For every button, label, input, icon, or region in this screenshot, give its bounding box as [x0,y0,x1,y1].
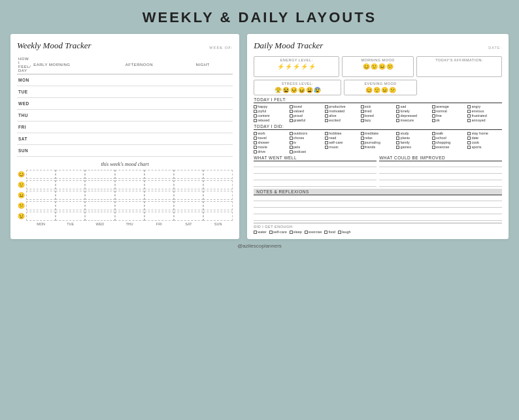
felt-checkbox[interactable] [361,110,364,113]
did-checkbox[interactable] [290,146,293,149]
did-item: podcast [290,150,324,153]
did-checkbox[interactable] [396,141,399,144]
today-felt-header: TODAY I FELT: [254,97,502,103]
felt-label: normal [436,109,447,113]
felt-checkbox[interactable] [361,105,364,108]
did-item: hobbies [325,131,360,135]
did-item: travel [254,136,288,140]
did-checkbox[interactable] [467,137,471,140]
felt-checkbox[interactable] [467,105,471,108]
table-row: THU [17,110,233,121]
did-i-get-label: laugh [342,230,350,234]
felt-checkbox[interactable] [361,114,364,118]
felt-checkbox[interactable] [254,119,257,122]
mood-grid-cell [115,191,144,200]
did-checkbox[interactable] [254,150,257,153]
did-checkbox[interactable] [361,141,364,144]
evening-mood-label: EVENING MOOD [346,82,415,86]
felt-item: frustrated [467,114,502,118]
felt-checkbox[interactable] [432,119,435,122]
felt-checkbox[interactable] [325,110,328,113]
felt-checkbox[interactable] [361,119,364,122]
felt-checkbox[interactable] [467,114,471,118]
did-label: self-care [329,140,343,144]
mood-grid-row [26,191,233,200]
did-checkbox[interactable] [432,132,435,135]
did-checkbox[interactable] [325,146,328,149]
did-i-get-label: DID I GET ENOUGH: [254,225,502,229]
did-checkbox[interactable] [467,132,471,135]
felt-item: average [432,105,467,108]
did-i-get-checkbox[interactable] [324,231,327,234]
did-label: study [400,131,409,135]
mood-chart-title: this week's mood chart [17,161,233,167]
energy-box: ENERGY LEVEL: ⚡⚡⚡⚡⚡ [254,56,339,77]
felt-checkbox[interactable] [396,110,399,113]
felt-checkbox[interactable] [290,114,293,118]
did-i-get-checkbox[interactable] [254,231,257,234]
stress-label: STRESS LEVEL: [256,82,339,86]
felt-checkbox[interactable] [254,110,257,113]
did-label: relax [365,136,373,140]
went-well-line [254,163,377,167]
could-improve-box: WHAT COULD BE IMPROVED [379,155,502,187]
felt-checkbox[interactable] [325,119,328,122]
mood-grid-cell [26,201,56,210]
felt-checkbox[interactable] [396,119,399,122]
did-checkbox[interactable] [396,132,399,135]
did-checkbox[interactable] [290,150,293,153]
did-label: movie [258,145,267,149]
did-checkbox[interactable] [325,137,328,140]
did-checkbox[interactable] [396,146,399,149]
did-i-get-item: sleep [290,230,302,234]
did-checkbox[interactable] [432,137,435,140]
did-checkbox[interactable] [361,132,364,135]
did-checkbox[interactable] [325,141,328,144]
did-checkbox[interactable] [290,132,293,135]
felt-checkbox[interactable] [254,105,257,108]
felt-checkbox[interactable] [432,114,435,118]
felt-checkbox[interactable] [396,105,399,108]
did-checkbox[interactable] [325,132,328,135]
felt-label: bored [365,114,374,118]
felt-checkbox[interactable] [396,114,399,118]
did-checkbox[interactable] [361,137,364,140]
did-checkbox[interactable] [467,146,471,149]
date-label: DATE: [488,46,502,50]
mood-grid-cell [85,170,114,179]
morning-mood-icon: 😊 [363,63,370,70]
felt-checkbox[interactable] [467,119,471,122]
felt-checkbox[interactable] [432,105,435,108]
did-checkbox[interactable] [254,141,257,144]
felt-checkbox[interactable] [432,110,435,113]
felt-item: relaxed [254,118,288,122]
did-i-get-checkbox[interactable] [269,231,273,234]
did-checkbox[interactable] [254,137,257,140]
mood-grid-cell [203,201,233,210]
felt-checkbox[interactable] [254,114,257,118]
day-label: SAT [17,133,32,145]
did-i-get-checkbox[interactable] [305,231,308,234]
did-checkbox[interactable] [467,141,471,144]
felt-checkbox[interactable] [290,105,293,108]
felt-checkbox[interactable] [467,110,471,113]
did-checkbox[interactable] [432,141,435,144]
felt-checkbox[interactable] [290,119,293,122]
did-checkbox[interactable] [432,146,435,149]
did-i-get-checkbox[interactable] [290,231,293,234]
did-checkbox[interactable] [290,141,293,144]
did-checkbox[interactable] [254,132,257,135]
did-checkbox[interactable] [396,137,399,140]
did-item: shower [254,140,288,144]
did-i-get-checkbox[interactable] [338,231,341,234]
did-checkbox[interactable] [290,137,293,140]
felt-item: depressed [396,114,431,118]
did-checkbox[interactable] [254,146,257,149]
mood-cell [195,98,233,110]
did-checkbox[interactable] [361,146,364,149]
did-i-get-item: food [324,230,335,234]
felt-checkbox[interactable] [325,114,328,118]
felt-checkbox[interactable] [290,110,293,113]
felt-checkbox[interactable] [325,105,328,108]
felt-item: alive [325,114,360,118]
